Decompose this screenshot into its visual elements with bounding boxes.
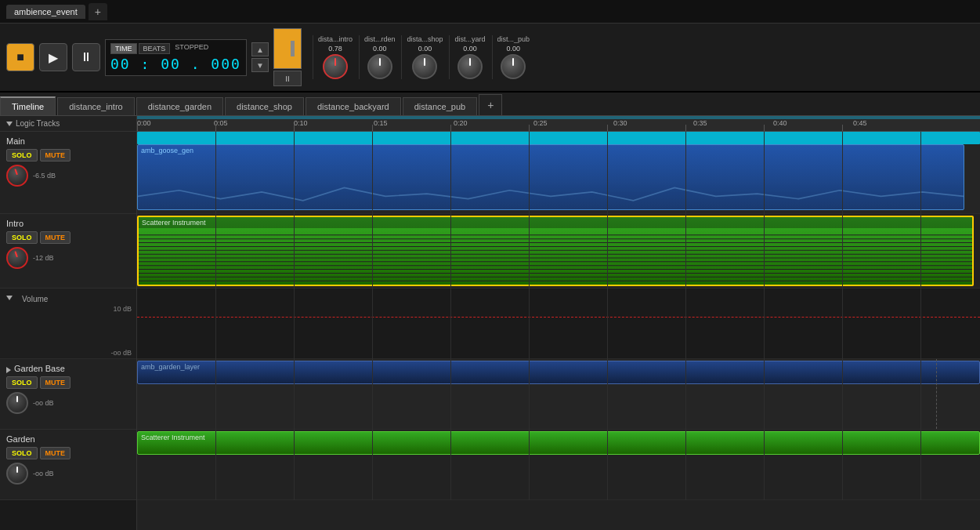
loop-down-button[interactable]: ▼ bbox=[251, 58, 269, 72]
main-volume-knob[interactable] bbox=[6, 165, 28, 187]
garden-base-expand-icon[interactable] bbox=[6, 367, 11, 373]
volume-track-label: Volume bbox=[16, 292, 54, 303]
timeline-ruler[interactable]: 0:00 0:05 0:10 0:15 0:20 0:25 0:30 0:35 … bbox=[137, 116, 980, 132]
garden-base-clip-label: amb_garden_layer bbox=[138, 361, 979, 372]
garden-base-mute-button[interactable]: MUTE bbox=[40, 376, 71, 389]
tab-add-scene[interactable]: + bbox=[479, 94, 502, 115]
pause-button[interactable]: ⏸ bbox=[72, 43, 100, 71]
ruler-label-25: 0:25 bbox=[533, 119, 548, 127]
tab-ambience-event[interactable]: ambience_event bbox=[6, 5, 85, 19]
garden-base-audio-clip[interactable]: amb_garden_layer bbox=[137, 361, 980, 384]
distance-intro-label: dista...intro bbox=[318, 35, 353, 43]
track-row-main[interactable]: amb_goose_gen bbox=[137, 132, 980, 214]
main-waveform bbox=[138, 183, 964, 209]
stop-button[interactable]: ■ bbox=[6, 43, 34, 71]
garden-base-volume-knob[interactable] bbox=[6, 392, 28, 414]
sequencer-section: ⏸ bbox=[273, 28, 302, 86]
garden-scatterer-clip[interactable]: Scatterer Instrument bbox=[137, 431, 980, 455]
distance-intro-value: 0.78 bbox=[328, 45, 342, 53]
distance-knob-yard: dist...yard 0.00 bbox=[449, 35, 490, 79]
intro-solo-button[interactable]: SOLO bbox=[6, 231, 38, 244]
play-button[interactable]: ▶ bbox=[39, 43, 67, 71]
timeline-panel: 0:00 0:05 0:10 0:15 0:20 0:25 0:30 0:35 … bbox=[137, 116, 980, 530]
track-header-volume: Volume 10 dB -oo dB bbox=[0, 289, 136, 359]
distance-shop-knob[interactable] bbox=[412, 54, 437, 79]
sequencer-pause-button[interactable]: ⏸ bbox=[273, 71, 302, 86]
loop-up-button[interactable]: ▲ bbox=[251, 42, 269, 56]
distance-pub-knob[interactable] bbox=[501, 54, 526, 79]
ruler-label-40: 0:40 bbox=[773, 119, 787, 127]
main-audio-clip[interactable]: amb_goose_gen bbox=[137, 144, 964, 210]
time-mode-beats[interactable]: BEATS bbox=[139, 43, 171, 54]
distance-knob-shop: dista...shop 0.00 bbox=[401, 35, 447, 79]
distance-yard-knob[interactable] bbox=[457, 54, 483, 79]
ruler-tick-5 bbox=[215, 125, 216, 131]
loop-buttons: ▲ ▼ bbox=[251, 42, 269, 72]
track-header-garden: Garden SOLO MUTE -oo dB bbox=[0, 430, 136, 500]
main-mute-button[interactable]: MUTE bbox=[40, 149, 71, 162]
scatterer-lines-intro bbox=[139, 231, 972, 285]
ruler-label-20: 0:20 bbox=[454, 119, 468, 127]
distance-shop-value: 0.00 bbox=[418, 45, 432, 53]
main-track-cyan-bar bbox=[137, 132, 980, 144]
volume-track-expand-icon[interactable] bbox=[6, 296, 13, 300]
main-solo-button[interactable]: SOLO bbox=[6, 149, 38, 162]
garden-solo-button[interactable]: SOLO bbox=[6, 447, 38, 459]
garden-base-db-label: -oo dB bbox=[33, 399, 54, 407]
tab-distance-garden[interactable]: distance_garden bbox=[136, 97, 223, 115]
track-row-volume[interactable] bbox=[137, 289, 980, 359]
top-tab-bar: ambience_event + bbox=[0, 0, 980, 24]
ruler-label-35: 0:35 bbox=[693, 119, 707, 127]
tabs-row: Timeline distance_intro distance_garden … bbox=[0, 93, 980, 116]
garden-volume-knob[interactable] bbox=[6, 463, 28, 485]
tab-timeline[interactable]: Timeline bbox=[0, 96, 56, 115]
distance-garden-label: dist...rden bbox=[364, 35, 396, 43]
distance-yard-value: 0.00 bbox=[463, 45, 477, 53]
tab-distance-shop[interactable]: distance_shop bbox=[225, 97, 304, 115]
garden-base-solo-button[interactable]: SOLO bbox=[6, 376, 38, 389]
track-name-garden-base: Garden Base bbox=[14, 364, 65, 373]
ruler-tick-25 bbox=[529, 125, 530, 131]
transport-bar: ■ ▶ ⏸ TIME BEATS STOPPED 00 : 00 . 000 ▲… bbox=[0, 24, 980, 93]
logic-tracks-collapse-icon[interactable] bbox=[6, 122, 13, 126]
distance-shop-label: dista...shop bbox=[407, 35, 443, 43]
ruler-tick-30 bbox=[607, 125, 608, 131]
distance-intro-knob[interactable] bbox=[323, 54, 348, 79]
ruler-tick-10 bbox=[294, 125, 295, 131]
intro-mute-button[interactable]: MUTE bbox=[40, 231, 71, 244]
time-counter: 00 : 00 . 000 bbox=[110, 56, 241, 72]
volume-automation-line bbox=[137, 317, 980, 318]
track-header-main: Main SOLO MUTE -6.5 dB bbox=[0, 132, 136, 214]
intro-scatterer-clip[interactable]: Scatterer Instrument bbox=[137, 216, 974, 286]
distance-knob-intro: dista...intro 0.78 bbox=[313, 35, 357, 79]
track-row-garden-base[interactable]: amb_garden_layer bbox=[137, 359, 980, 430]
time-mode-time[interactable]: TIME bbox=[110, 43, 137, 54]
left-panel: Logic Tracks Main SOLO MUTE -6.5 dB Intr… bbox=[0, 116, 137, 530]
distance-knob-garden: dist...rden 0.00 bbox=[359, 35, 400, 79]
sequencer-button[interactable] bbox=[273, 28, 302, 69]
distance-garden-value: 0.00 bbox=[373, 45, 387, 53]
track-row-intro[interactable]: Scatterer Instrument bbox=[137, 214, 980, 289]
track-header-garden-base: Garden Base SOLO MUTE -oo dB bbox=[0, 359, 136, 430]
tab-distance-intro[interactable]: distance_intro bbox=[57, 97, 135, 115]
main-clip-label: amb_goose_gen bbox=[138, 145, 964, 156]
track-row-garden[interactable]: Scatterer Instrument bbox=[137, 430, 980, 500]
tab-distance-backyard[interactable]: distance_backyard bbox=[306, 97, 401, 115]
track-name-garden: Garden bbox=[6, 434, 130, 444]
garden-clip-label: Scatterer Instrument bbox=[138, 432, 979, 443]
tab-distance-pub[interactable]: distance_pub bbox=[403, 97, 477, 115]
logic-tracks-label: Logic Tracks bbox=[16, 119, 60, 128]
distance-garden-knob[interactable] bbox=[367, 54, 392, 79]
garden-db-label: -oo dB bbox=[33, 470, 54, 477]
garden-mute-button[interactable]: MUTE bbox=[40, 447, 71, 459]
ruler-tick-45 bbox=[842, 125, 843, 131]
intro-volume-knob[interactable] bbox=[6, 247, 28, 269]
track-name-intro: Intro bbox=[6, 219, 130, 228]
ruler-label-15: 0:15 bbox=[374, 119, 388, 127]
distance-pub-value: 0.00 bbox=[507, 45, 521, 53]
tab-add-button[interactable]: + bbox=[89, 3, 107, 20]
distance-pub-label: dist..._pub bbox=[497, 35, 530, 43]
ruler-tick-20 bbox=[450, 125, 451, 131]
distance-yard-label: dist...yard bbox=[454, 35, 485, 43]
ruler-label-0: 0:00 bbox=[137, 119, 151, 127]
